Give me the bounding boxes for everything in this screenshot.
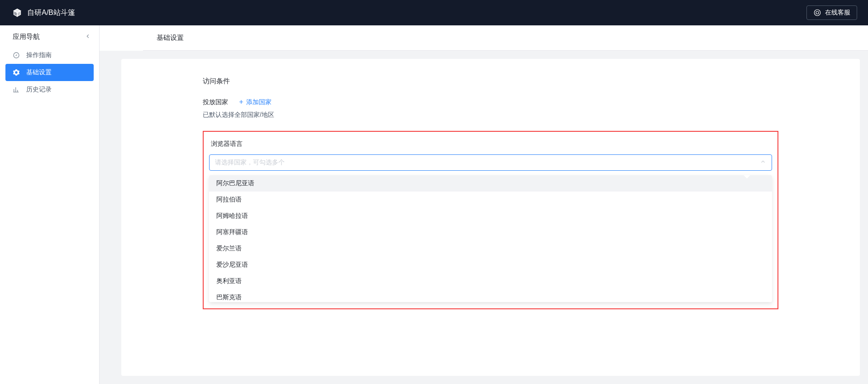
dropdown-option[interactable]: 阿尔巴尼亚语 bbox=[209, 175, 772, 192]
sidebar-item-guide[interactable]: 操作指南 bbox=[0, 47, 99, 64]
country-field-label: 投放国家 bbox=[203, 98, 228, 106]
sidebar-header: 应用导航 bbox=[0, 25, 99, 47]
add-country-button[interactable]: 添加国家 bbox=[238, 98, 272, 106]
language-dropdown: 阿尔巴尼亚语 阿拉伯语 阿姆哈拉语 阿塞拜疆语 爱尔兰语 爱沙尼亚语 奥利亚语 … bbox=[209, 175, 772, 302]
svg-point-0 bbox=[814, 10, 820, 16]
svg-point-1 bbox=[816, 11, 819, 14]
main-content: 基础设置 访问条件 投放国家 添加国家 已默认选择全部国家/地区 bbox=[100, 25, 868, 384]
support-button-label: 在线客服 bbox=[825, 9, 850, 17]
country-field-row: 投放国家 添加国家 bbox=[203, 98, 778, 106]
sidebar: 应用导航 操作指南 基础设置 历史记录 bbox=[0, 25, 100, 384]
sidebar-item-label: 操作指南 bbox=[26, 51, 52, 59]
chevron-left-icon[interactable] bbox=[85, 33, 91, 41]
app-title: 自研A/B站斗篷 bbox=[27, 8, 75, 18]
sidebar-item-settings[interactable]: 基础设置 bbox=[5, 64, 94, 81]
sidebar-item-label: 历史记录 bbox=[26, 86, 52, 94]
chevron-up-icon bbox=[760, 158, 766, 167]
dropdown-option[interactable]: 爱沙尼亚语 bbox=[209, 257, 772, 273]
language-select-placeholder: 请选择国家，可勾选多个 bbox=[215, 158, 285, 167]
language-highlight-box: 浏览器语言 请选择国家，可勾选多个 阿尔巴尼亚语 阿拉伯语 阿姆哈拉语 阿塞拜疆… bbox=[203, 131, 778, 309]
add-country-label: 添加国家 bbox=[246, 98, 272, 106]
cube-icon bbox=[13, 8, 22, 17]
dropdown-option[interactable]: 爱尔兰语 bbox=[209, 240, 772, 257]
app-header: 自研A/B站斗篷 在线客服 bbox=[0, 0, 868, 25]
sidebar-item-label: 基础设置 bbox=[26, 68, 52, 77]
plus-icon bbox=[238, 99, 244, 106]
dropdown-option[interactable]: 巴斯克语 bbox=[209, 289, 772, 302]
dropdown-option[interactable]: 奥利亚语 bbox=[209, 273, 772, 289]
dropdown-option[interactable]: 阿拉伯语 bbox=[209, 192, 772, 208]
section-title-access: 访问条件 bbox=[203, 77, 778, 86]
language-select[interactable]: 请选择国家，可勾选多个 bbox=[209, 154, 772, 171]
dropdown-option[interactable]: 阿塞拜疆语 bbox=[209, 224, 772, 240]
gear-icon bbox=[13, 69, 20, 76]
dropdown-option[interactable]: 阿姆哈拉语 bbox=[209, 208, 772, 224]
bar-chart-icon bbox=[13, 86, 20, 93]
content-panel: 访问条件 投放国家 添加国家 已默认选择全部国家/地区 浏览器语言 请 bbox=[121, 59, 860, 376]
headset-icon bbox=[813, 9, 821, 17]
country-hint: 已默认选择全部国家/地区 bbox=[203, 111, 778, 119]
support-button[interactable]: 在线客服 bbox=[806, 5, 857, 20]
header-left-group: 自研A/B站斗篷 bbox=[13, 8, 75, 18]
page-title: 基础设置 bbox=[143, 25, 868, 51]
language-field-label: 浏览器语言 bbox=[209, 140, 772, 148]
sidebar-title: 应用导航 bbox=[13, 33, 40, 41]
sidebar-item-history[interactable]: 历史记录 bbox=[0, 81, 99, 98]
compass-icon bbox=[13, 52, 20, 59]
